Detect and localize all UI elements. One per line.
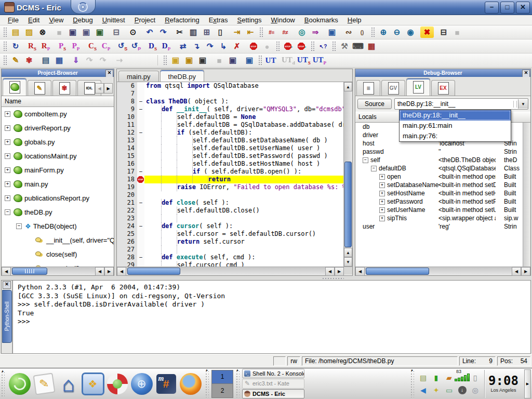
- restart-project-icon[interactable]: ↺P: [129, 41, 143, 52]
- line-number[interactable]: 15: [117, 152, 137, 160]
- fold-marker[interactable]: −: [137, 105, 144, 113]
- unittest-script-icon[interactable]: UTS: [296, 55, 312, 66]
- preferences-icon[interactable]: ⚒: [338, 41, 351, 52]
- klipper-icon[interactable]: ▤: [418, 371, 429, 383]
- project-tree-header[interactable]: Name: [2, 96, 114, 107]
- close-window-icon[interactable]: ▣: [196, 55, 209, 66]
- stack-combobox[interactable]: theDB.py:18:__init__ ▼: [394, 98, 528, 110]
- run-script-icon[interactable]: RS: [25, 41, 39, 52]
- redo-icon[interactable]: ↷: [156, 26, 170, 38]
- line-number[interactable]: 7: [117, 90, 137, 98]
- code-line[interactable]: 9−def __init__( self, driver="QMYSQL3", …: [117, 105, 343, 113]
- tab-thedb-py[interactable]: theDB.py: [160, 70, 204, 82]
- toolbar-handle-icon[interactable]: [3, 55, 7, 65]
- close-file-icon[interactable]: ⊗: [36, 26, 49, 38]
- line-number[interactable]: 26: [117, 238, 137, 246]
- code-line[interactable]: 29self.cursor( cmd ): [117, 261, 343, 267]
- stack-entry[interactable]: theDB.py:18:__init__: [400, 110, 511, 121]
- autocomplete-icon[interactable]: ∾: [342, 26, 355, 38]
- desktop-2[interactable]: 2: [212, 384, 233, 397]
- shortcuts-icon[interactable]: ⌨: [351, 41, 365, 52]
- save-all-icon[interactable]: ▣: [93, 26, 107, 38]
- menu-debug[interactable]: Debug: [68, 16, 97, 24]
- splitter-horizontal[interactable]: [0, 277, 532, 280]
- open-window-icon[interactable]: ▣: [182, 55, 196, 66]
- locals-row[interactable]: +setDatabaseName<built-in method setData…: [355, 181, 523, 189]
- project-tree-item[interactable]: +comboItem.py: [2, 107, 114, 121]
- code-line[interactable]: 16self.defaultDB.setHostName( host ): [117, 160, 343, 168]
- refactor-undo-icon[interactable]: ↷: [83, 55, 96, 66]
- editor-vscrollbar[interactable]: ▲ ▲ ▼: [343, 82, 352, 267]
- panel-handle[interactable]: [1, 371, 5, 396]
- line-number[interactable]: 18STOP: [117, 176, 137, 183]
- code-line[interactable]: 13self.defaultDB.setDatabaseName( db ): [117, 137, 343, 144]
- tab-exceptions[interactable]: EX: [431, 80, 455, 96]
- find-window-icon[interactable]: ▣: [243, 55, 256, 66]
- tab-python-sources[interactable]: [3, 78, 26, 96]
- unittest-icon[interactable]: UT: [264, 55, 277, 66]
- tree-expander-icon[interactable]: +: [379, 182, 385, 188]
- shell-close-icon[interactable]: ✕: [3, 281, 11, 289]
- pager-handle[interactable]: [205, 370, 209, 397]
- project-tree-item[interactable]: +locationsMaint.py: [2, 149, 114, 163]
- new-window-icon[interactable]: ▣: [169, 55, 182, 66]
- code-line[interactable]: 11self.defaultDB = QSqlDatabase.addDatab…: [117, 121, 343, 129]
- tree-expander-icon[interactable]: −: [363, 157, 368, 163]
- app-icon[interactable]: [4, 2, 15, 12]
- scroll-left-icon[interactable]: ◀: [117, 267, 126, 276]
- zoom-in-icon[interactable]: ⊕: [377, 26, 390, 38]
- suse-help-icon[interactable]: [105, 371, 129, 396]
- locals-row[interactable]: +setPassword<built-in method setPasswo..…: [355, 197, 523, 206]
- step-out-icon[interactable]: ↳: [217, 41, 230, 52]
- line-number[interactable]: 8: [117, 98, 137, 105]
- api-file-icon[interactable]: ▤: [39, 55, 52, 66]
- clear-icon[interactable]: ▯: [214, 26, 227, 38]
- code-line[interactable]: 10self.defaultDB = None: [117, 113, 343, 121]
- tab-main-py[interactable]: main.py: [118, 71, 159, 82]
- locals-hscrollbar[interactable]: ◀ ◀ ▶: [355, 267, 530, 275]
- project-tree-item[interactable]: +globals.py: [2, 135, 114, 149]
- scroll-left-icon[interactable]: ◀: [2, 267, 11, 276]
- editor-hscrollbar[interactable]: ◀ ◀ ▶: [117, 267, 344, 275]
- code-line[interactable]: 8−class TheDB( object ):: [117, 98, 343, 105]
- tree-expander-icon[interactable]: +: [5, 195, 10, 201]
- scroll-up-icon[interactable]: ▲: [344, 82, 352, 91]
- web-browser-icon[interactable]: ⊕: [129, 371, 154, 396]
- scroll-left2-icon[interactable]: ◀: [512, 267, 521, 276]
- zoom-out-icon[interactable]: ⊖: [390, 26, 404, 38]
- toolbar-handle-icon[interactable]: [311, 41, 314, 51]
- quit-icon[interactable]: ⊙: [126, 26, 140, 38]
- profile-script-icon[interactable]: PS: [56, 41, 69, 52]
- code-line[interactable]: 20: [117, 191, 343, 199]
- tree-expander-icon[interactable]: −: [5, 209, 10, 215]
- tab-scroll-left-icon[interactable]: ◀: [95, 83, 104, 94]
- unindent-icon[interactable]: ⇤: [244, 26, 257, 38]
- code-line[interactable]: 21−def close( self ):: [117, 199, 343, 207]
- paste-icon[interactable]: ⊞: [200, 26, 214, 38]
- scroll-up2-icon[interactable]: ▲: [344, 248, 352, 257]
- plug-icon[interactable]: ✦: [431, 384, 442, 396]
- calltips-icon[interactable]: (): [355, 26, 369, 38]
- toolbar-handle-icon[interactable]: [259, 27, 263, 37]
- menu-extras[interactable]: Extras: [204, 16, 233, 24]
- scroll-down-icon[interactable]: ▼: [344, 257, 352, 267]
- open-icon[interactable]: ▨: [22, 26, 36, 38]
- project-browser-title[interactable]: Project-Browser ✕: [2, 69, 114, 77]
- reports-icon[interactable]: ▦: [52, 55, 66, 66]
- comment-icon[interactable]: #≡: [265, 26, 278, 38]
- stop-sign-icon[interactable]: STOP: [247, 41, 260, 52]
- debug-disabled-icon[interactable]: ●: [260, 41, 274, 52]
- source-button[interactable]: Source: [357, 99, 392, 109]
- notes-tray-icon[interactable]: ▯: [470, 371, 481, 383]
- continue-icon[interactable]: ⇄: [176, 41, 190, 52]
- locals-row[interactable]: −self<theDB.TheDB object at 0...theD: [355, 156, 523, 164]
- project-tree-item[interactable]: +mainForm.py: [2, 163, 114, 177]
- firefox-icon[interactable]: [178, 371, 203, 396]
- code-line[interactable]: 19raise IOError, "Failed to open databas…: [117, 183, 343, 191]
- project-tree-item[interactable]: +publicationsReport.py: [2, 191, 114, 205]
- network-card-icon[interactable]: ▭: [444, 384, 455, 396]
- debug-script-icon[interactable]: DS: [146, 41, 159, 52]
- tasklist-handle[interactable]: [236, 370, 240, 397]
- notes-launcher-icon[interactable]: ✎: [32, 371, 56, 396]
- undo-icon[interactable]: ↶: [143, 26, 156, 38]
